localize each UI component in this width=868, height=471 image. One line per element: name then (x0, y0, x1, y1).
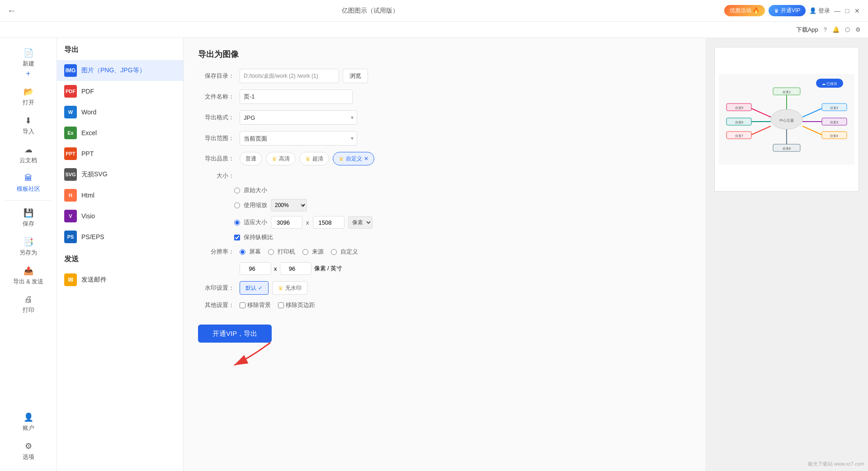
dpi-input-wrap: x 像素 / 英寸 (240, 262, 342, 275)
watermark-default-label: 默认 (245, 284, 256, 292)
close-button[interactable]: ✕ (854, 7, 861, 14)
sidebar-item-new[interactable]: 📄 新建 + (0, 43, 57, 82)
watermark-none-button[interactable]: ♛ 无水印 (272, 281, 307, 295)
export-item-ppt[interactable]: PPT PPT (57, 143, 183, 164)
sidebar-import-label: 导入 (23, 127, 34, 136)
question-icon[interactable]: ? (824, 26, 827, 33)
dpi-h-input[interactable] (280, 262, 311, 275)
remove-bg-checkbox[interactable] (240, 302, 245, 308)
download-app-link[interactable]: 下载App (796, 26, 818, 34)
sidebar-saveas-label: 另存为 (19, 249, 37, 257)
sidebar-item-cloud[interactable]: ☁ 云文档 (0, 140, 57, 169)
remove-bg-label[interactable]: 移除背景 (240, 301, 271, 309)
vip-button[interactable]: ♛ 开通VIP (769, 5, 806, 16)
remove-margin-text: 移除页边距 (286, 301, 315, 309)
custom-close-icon[interactable]: ✕ (364, 155, 368, 162)
quality-hd-button[interactable]: ♛高清 (266, 152, 296, 165)
remove-margin-checkbox[interactable] (278, 302, 284, 308)
keep-ratio-row: 保持纵横比 (234, 233, 691, 241)
export-item-visio[interactable]: V Visio (57, 206, 183, 226)
sidebar-item-export[interactable]: 📤 导出 & 发送 (0, 261, 57, 290)
user-icon: 👤 (809, 7, 816, 14)
size-width-input[interactable] (271, 216, 302, 229)
export-item-excel[interactable]: Ex Excel (57, 122, 183, 143)
dpi-screen-radio[interactable] (240, 249, 245, 255)
account-icon: 👤 (24, 412, 33, 422)
export-email-label: 发送邮件 (81, 276, 107, 284)
sidebar-item-account[interactable]: 👤 账户 (0, 408, 57, 437)
hd-crown-icon: ♛ (272, 155, 277, 162)
dpi-w-input[interactable] (240, 262, 271, 275)
dpi-row: 分辨率： 屏幕 打印机 来源 自定义 (198, 248, 691, 256)
dpi-custom-radio[interactable] (331, 249, 337, 255)
cloud-icon: ☁ (24, 145, 33, 155)
filename-control (240, 89, 384, 104)
quality-uhd-button[interactable]: ♛超清 (299, 152, 329, 165)
export-item-ps[interactable]: PS PS/EPS (57, 226, 183, 247)
export-item-svg[interactable]: SVG 无损SVG (57, 164, 183, 185)
quality-normal-button[interactable]: 普通 (240, 152, 262, 165)
watermark-default-button[interactable]: 默认 ✓ (240, 281, 269, 295)
size-label-row: 大小： (198, 172, 691, 180)
export-button[interactable]: 开通VIP，导出 (198, 325, 272, 343)
maximize-button[interactable]: □ (844, 7, 851, 14)
size-original-row: 原始大小 (234, 186, 691, 194)
sidebar-account-label: 账户 (23, 424, 34, 432)
back-icon[interactable]: ← (7, 5, 16, 16)
html-icon: H (64, 189, 77, 202)
scale-select[interactable]: 200% 100% 150% (271, 199, 307, 212)
format-select[interactable]: JPG PNG BMP (240, 110, 357, 125)
sidebar-item-import[interactable]: ⬇ 导入 (0, 111, 57, 140)
size-unit-select[interactable]: 像素 英寸 (348, 216, 373, 229)
svg-text:分支8: 分支8 (783, 147, 791, 150)
svg-text:分支5: 分支5 (735, 106, 743, 109)
size-scale-radio[interactable] (234, 203, 240, 208)
export-item-html[interactable]: H Html (57, 185, 183, 206)
sidebar-item-options[interactable]: ⚙ 选项 (0, 437, 57, 466)
export-panel-title: 导出 (57, 45, 183, 60)
range-label: 导出范围： (198, 134, 234, 142)
window-controls: — □ ✕ (834, 7, 861, 14)
export-item-email[interactable]: ✉ 发送邮件 (57, 269, 183, 290)
sidebar-item-template[interactable]: 🏛 模板社区 (0, 169, 57, 198)
dpi-source-radio[interactable] (302, 249, 308, 255)
sidebar-item-saveas[interactable]: 📑 另存为 (0, 232, 57, 261)
login-button[interactable]: 👤 登录 (809, 7, 830, 15)
gear-icon[interactable]: ⚙ (855, 26, 861, 33)
email-icon: ✉ (64, 273, 77, 286)
dpi-custom-row: 自定义 (331, 248, 358, 256)
sidebar-item-open[interactable]: 📂 打开 (0, 82, 57, 111)
size-original-radio[interactable] (234, 188, 240, 193)
size-fit-radio[interactable] (234, 220, 240, 226)
remove-margin-label[interactable]: 移除页边距 (278, 301, 315, 309)
export-item-pdf[interactable]: PDF PDF (57, 81, 183, 102)
dpi-x-separator: x (274, 265, 277, 272)
quality-custom-button[interactable]: ♛自定义 ✕ (333, 152, 374, 165)
export-image-label: 图片（PNG、JPG等） (81, 66, 146, 75)
open-icon: 📂 (24, 87, 33, 97)
keep-ratio-checkbox[interactable] (234, 235, 240, 240)
uhd-crown-icon: ♛ (305, 155, 311, 162)
size-original-label: 原始大小 (244, 186, 267, 194)
save-path-input[interactable] (240, 69, 339, 83)
export-item-image[interactable]: IMG 图片（PNG、JPG等） (57, 60, 183, 81)
bell-icon[interactable]: 🔔 (832, 26, 840, 33)
range-select[interactable]: 当前页面 所有页面 (240, 131, 357, 146)
sidebar-save-label: 保存 (23, 220, 34, 228)
format-label: 导出格式： (198, 113, 234, 122)
export-svg-label: 无损SVG (81, 170, 108, 179)
dpi-printer-radio[interactable] (268, 249, 274, 255)
export-btn-label: 开通VIP，导出 (212, 330, 257, 338)
svg-text:中心主题: 中心主题 (779, 118, 794, 122)
sidebar-item-save[interactable]: 💾 保存 (0, 203, 57, 232)
export-item-word[interactable]: W Word (57, 102, 183, 122)
filename-input[interactable] (240, 89, 353, 104)
other-options: 移除背景 移除页边距 (240, 301, 315, 309)
sidebar-item-print[interactable]: 🖨 打印 (0, 290, 57, 319)
size-height-input[interactable] (313, 216, 344, 229)
plus-icon: + (26, 70, 30, 78)
minimize-button[interactable]: — (834, 7, 841, 14)
share-icon[interactable]: ⬡ (845, 26, 850, 33)
browse-button[interactable]: 浏览 (343, 69, 368, 83)
youhui-button[interactable]: 优惠活动 🔥 (724, 5, 765, 16)
